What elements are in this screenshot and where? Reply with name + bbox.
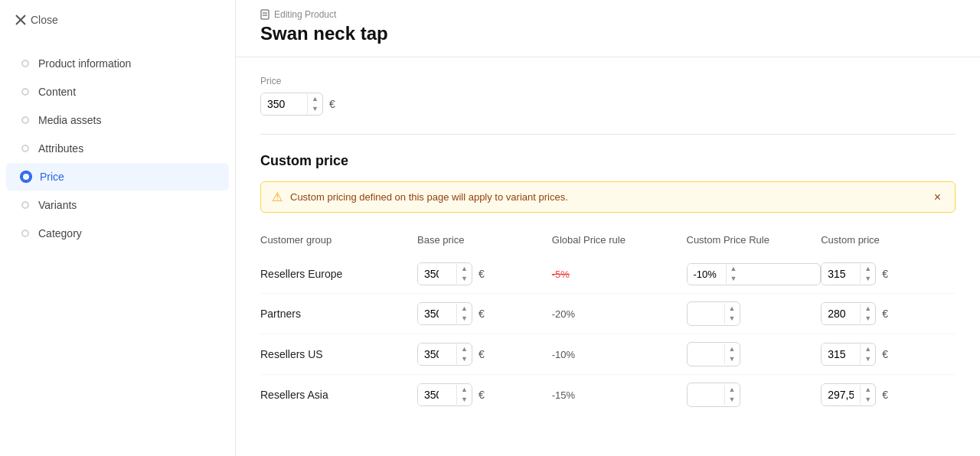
empty-rule-increment[interactable]: ▲: [725, 385, 740, 395]
global-rule-text: -20%: [552, 308, 575, 320]
global-rule-cell: -15%: [552, 375, 687, 415]
custom-price-cell: ▲ ▼ €: [821, 334, 956, 375]
customer-group-name: Resellers Europe: [260, 255, 417, 294]
custom-price-input[interactable]: [822, 263, 860, 285]
custom-rule-empty-input[interactable]: [688, 344, 724, 365]
custom-rule-decrement[interactable]: ▼: [727, 274, 741, 284]
custom-rule-cell: ▲ ▼: [687, 334, 822, 375]
base-price-cell: ▲ ▼ €: [417, 294, 552, 334]
base-price-spinner: ▲ ▼: [456, 264, 472, 284]
sidebar-item-variants[interactable]: Variants: [6, 191, 229, 219]
empty-rule-wrap: ▲ ▼: [687, 383, 740, 407]
base-price-currency: €: [479, 308, 485, 320]
custom-rule-cell: ▲ ▼: [687, 294, 822, 334]
empty-rule-spinner: ▲ ▼: [724, 344, 740, 364]
custom-price-decrement[interactable]: ▼: [861, 274, 875, 284]
empty-rule-spinner: ▲ ▼: [724, 385, 740, 405]
price-decrement[interactable]: ▼: [308, 104, 322, 114]
custom-price-section: Custom price ⚠ Custom pricing defined on…: [260, 153, 956, 415]
sidebar-item-product-information[interactable]: Product information: [6, 50, 229, 77]
price-input-row: ▲ ▼ €: [260, 93, 956, 116]
sidebar-item-content[interactable]: Content: [6, 78, 229, 106]
warning-icon: ⚠: [272, 190, 283, 204]
table-row: Resellers Europe ▲ ▼ € -5% ▲ ▼: [260, 255, 956, 294]
nav-dot-active: [21, 172, 31, 181]
global-rule-strikethrough: -5%: [552, 269, 570, 280]
base-price-spinner: ▲ ▼: [456, 304, 472, 324]
custom-rule-input[interactable]: [688, 264, 726, 285]
base-price-decrement[interactable]: ▼: [457, 354, 472, 364]
custom-rule-increment[interactable]: ▲: [727, 264, 741, 274]
empty-rule-wrap: ▲ ▼: [687, 301, 740, 326]
base-price-input[interactable]: [418, 303, 456, 324]
svg-rect-2: [261, 10, 269, 19]
sidebar-item-price[interactable]: Price: [6, 163, 229, 191]
nav-dot: [21, 201, 29, 209]
empty-rule-decrement[interactable]: ▼: [725, 354, 740, 364]
sidebar-item-category[interactable]: Category: [6, 220, 229, 247]
custom-price-increment[interactable]: ▲: [861, 385, 875, 395]
base-price-increment[interactable]: ▲: [457, 304, 472, 314]
editing-text: Editing Product: [274, 9, 336, 20]
custom-price-currency: €: [882, 389, 888, 401]
custom-price-input[interactable]: [822, 384, 860, 406]
price-increment[interactable]: ▲: [308, 94, 322, 104]
nav-dot: [21, 116, 29, 124]
custom-price-input[interactable]: [822, 303, 860, 324]
sidebar-item-label: Attributes: [38, 142, 83, 155]
base-price-input[interactable]: [418, 344, 456, 365]
table-row: Resellers US ▲ ▼ € -10% ▲ ▼: [260, 334, 956, 375]
custom-price-spinner: ▲ ▼: [860, 344, 875, 364]
empty-rule-decrement[interactable]: ▼: [725, 395, 740, 405]
custom-price-increment[interactable]: ▲: [861, 264, 875, 274]
base-price-input[interactable]: [418, 384, 456, 406]
warning-close-button[interactable]: ×: [931, 191, 944, 204]
sidebar-item-label: Price: [40, 171, 64, 183]
base-price-increment[interactable]: ▲: [457, 385, 472, 395]
price-input[interactable]: [261, 93, 307, 115]
global-rule-text: -10%: [552, 349, 575, 360]
custom-price-title: Custom price: [260, 153, 956, 169]
empty-rule-increment[interactable]: ▲: [725, 304, 740, 314]
sidebar-item-label: Variants: [38, 199, 77, 211]
main-content: Editing Product Swan neck tap Price ▲ ▼ …: [236, 0, 980, 456]
empty-rule-decrement[interactable]: ▼: [725, 314, 740, 324]
custom-price-decrement[interactable]: ▼: [861, 354, 875, 364]
sidebar-item-media-assets[interactable]: Media assets: [6, 106, 229, 134]
custom-price-cell: ▲ ▼ €: [821, 255, 956, 294]
custom-price-cell: ▲ ▼ €: [821, 294, 956, 334]
custom-rule-empty-input[interactable]: [688, 304, 724, 324]
custom-rule-empty-input[interactable]: [688, 385, 724, 406]
col-header-global-rule: Global Price rule: [552, 228, 687, 255]
base-price-currency: €: [479, 389, 485, 401]
base-price-decrement[interactable]: ▼: [457, 395, 472, 405]
base-price-input[interactable]: [418, 263, 456, 285]
product-title: Swan neck tap: [260, 23, 956, 44]
custom-price-decrement[interactable]: ▼: [861, 395, 875, 405]
global-rule-cell: -10%: [552, 334, 687, 375]
price-currency: €: [329, 98, 335, 110]
base-price-input-wrap: ▲ ▼: [417, 262, 472, 285]
base-price-increment[interactable]: ▲: [457, 344, 472, 354]
base-price-spinner: ▲ ▼: [456, 344, 472, 364]
close-button[interactable]: Close: [0, 0, 235, 40]
base-price-input-wrap: ▲ ▼: [417, 383, 472, 406]
close-icon: [15, 15, 26, 25]
custom-price-input[interactable]: [822, 344, 860, 365]
global-rule-cell: -5%: [552, 255, 687, 294]
custom-price-increment[interactable]: ▲: [861, 344, 875, 354]
custom-price-decrement[interactable]: ▼: [861, 314, 875, 324]
sidebar: Close Product information Content Media …: [0, 0, 236, 456]
divider: [260, 134, 956, 135]
sidebar-item-label: Category: [38, 227, 82, 239]
empty-rule-increment[interactable]: ▲: [725, 344, 740, 354]
base-price-cell: ▲ ▼ €: [417, 255, 552, 294]
base-price-decrement[interactable]: ▼: [457, 314, 472, 324]
custom-price-increment[interactable]: ▲: [861, 304, 875, 314]
base-price-decrement[interactable]: ▼: [457, 274, 472, 284]
base-price-increment[interactable]: ▲: [457, 264, 472, 274]
customer-group-name: Resellers US: [260, 334, 417, 375]
document-icon: [260, 9, 270, 20]
sidebar-item-attributes[interactable]: Attributes: [6, 135, 229, 162]
nav-dot: [21, 60, 29, 67]
